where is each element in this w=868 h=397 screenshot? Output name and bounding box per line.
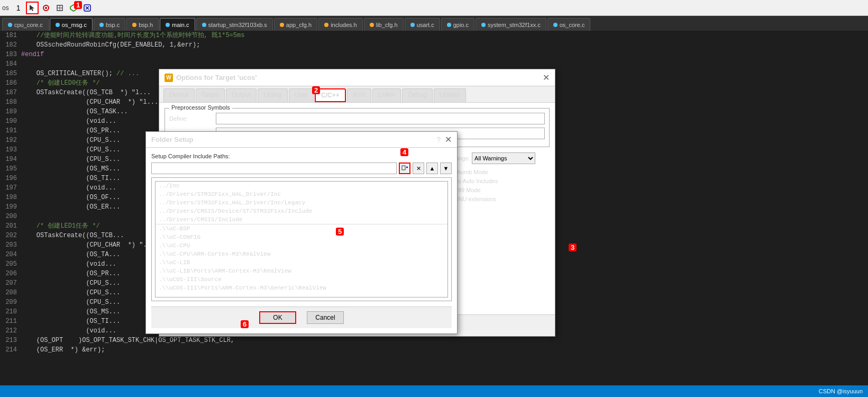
tab-gpio-c[interactable]: gpio.c — [441, 18, 474, 31]
options-dialog-titlebar: W Options for Target 'ucos' ✕ — [159, 69, 555, 86]
svg-marker-0 — [30, 5, 34, 11]
tab-bsp-h[interactable]: bsp.h — [126, 18, 159, 31]
annotation-3: 3 — [569, 243, 577, 251]
tab-output[interactable]: Output — [226, 88, 257, 102]
folder-toolbar: ✕ ▲ ▼ — [151, 163, 452, 174]
folder-dialog-help[interactable]: ? — [436, 136, 441, 144]
folder-delete-btn[interactable]: ✕ — [413, 163, 424, 174]
svg-point-2 — [45, 7, 47, 9]
folder-path-item-9[interactable]: .\\uC-LIB — [156, 258, 447, 267]
folder-new-btn[interactable] — [399, 163, 410, 174]
toolbar-btn-6[interactable] — [81, 2, 94, 14]
tab-user[interactable]: User — [289, 88, 314, 102]
warnings-select[interactable]: All Warnings No Warnings — [472, 152, 535, 164]
c99-mode-label: C99 Mode — [454, 187, 481, 193]
folder-setup-dialog: Folder Setup ? ✕ Setup Compiler Include … — [145, 131, 458, 334]
annotation-6: 6 — [241, 320, 249, 328]
tabs-row: cpu_core.c os_msg.c bsp.c bsp.h main.c s… — [0, 16, 868, 31]
tab-main-c[interactable]: main.c — [160, 18, 195, 31]
dialog-icon: W — [165, 74, 173, 82]
folder-ok-btn[interactable]: OK — [259, 311, 296, 324]
tab-system-stm32[interactable]: system_stm32f1xx.c — [476, 18, 546, 31]
right-options-panel: Warnings: All Warnings No Warnings Thumb… — [444, 152, 550, 229]
tab-lib-cfg-h[interactable]: lib_cfg.h — [364, 18, 404, 31]
folder-dialog-title: Folder Setup — [151, 136, 193, 143]
folder-path-item-8[interactable]: .\\uC-CPU\ARM-Cortex-M3\RealView — [156, 250, 447, 258]
options-dialog-tabs: Device Target Output Listing User C/C++ … — [159, 86, 555, 103]
folder-path-item-12[interactable]: .\\uCOS-III\Ports\ARM-Cortex-M3\Generic\… — [156, 284, 447, 292]
toolbar-btn-cursor[interactable] — [26, 2, 39, 14]
statusbar: CSDN @isyuuun — [0, 385, 868, 397]
folder-dialog-titlebar: Folder Setup ? ✕ — [146, 132, 457, 148]
folder-path-item-6[interactable]: .\\uC-CONFIG — [156, 233, 447, 241]
folder-path-item-10[interactable]: .\\uC-LIB\Ports\ARM-Cortex-M3\RealView — [156, 267, 447, 275]
folder-up-btn[interactable]: ▲ — [426, 163, 438, 174]
tab-os-core-c[interactable]: os_core.c — [547, 18, 591, 31]
folder-paths-box: ../Inc ../Drivers/STM32F1xx_HAL_Driver/I… — [151, 177, 452, 301]
tab-os-msg-c[interactable]: os_msg.c — [50, 18, 93, 31]
folder-path-item-2[interactable]: ../Drivers/STM32F1xx_HAL_Driver/Inc/Lega… — [156, 198, 447, 207]
folder-path-input[interactable] — [151, 163, 397, 174]
tab-app-cfg-h[interactable]: app_cfg.h — [274, 18, 317, 31]
tab-listing[interactable]: Listing — [258, 88, 288, 102]
folder-path-item-1[interactable]: ../Drivers/STM32F1xx_HAL_Driver/Inc — [156, 190, 447, 198]
folder-path-item-11[interactable]: .\\uCOS-III\Source — [156, 275, 447, 284]
tab-cpu-core-c[interactable]: cpu_core.c — [2, 18, 49, 31]
define-label-text: Define: — [169, 115, 212, 122]
annotation-2: 2 — [312, 86, 320, 94]
define-row: Define: — [169, 113, 545, 124]
folder-down-btn[interactable]: ▼ — [440, 163, 452, 174]
toolbar-btn-1[interactable]: 1 — [12, 2, 25, 14]
folder-path-item-0[interactable]: ../Inc — [156, 182, 447, 190]
preprocessor-label: Preprocessor Symbols — [169, 104, 232, 111]
gnu-extensions-label: GNU extensions — [454, 196, 496, 202]
os-label: os — [2, 4, 9, 12]
thumb-mode-label: Thumb Mode — [454, 169, 488, 175]
tab-utilities[interactable]: Utilities — [434, 88, 466, 102]
no-auto-includes-label: No Auto Includes — [454, 178, 498, 184]
folder-dialog-footer: OK Cancel — [151, 306, 452, 328]
folder-cancel-btn[interactable]: Cancel — [307, 311, 344, 324]
folder-path-item-4[interactable]: ../Drivers/CMSIS/Include — [156, 215, 447, 224]
tab-debug[interactable]: Debug — [402, 88, 432, 102]
tab-device[interactable]: Device — [163, 88, 195, 102]
toolbar: os 1 — [0, 0, 868, 16]
tab-usart-c[interactable]: usart.c — [405, 18, 440, 31]
tab-startup[interactable]: startup_stm32f103xb.s — [196, 18, 273, 31]
toolbar-btn-3[interactable] — [40, 2, 52, 14]
svg-rect-10 — [402, 166, 405, 170]
define-input[interactable] — [216, 113, 545, 124]
tab-target[interactable]: Target — [196, 88, 225, 102]
annotation-4: 4 — [400, 148, 408, 156]
folder-path-item-5[interactable]: .\\uC-BSP — [156, 224, 447, 233]
folder-path-item-3[interactable]: ../Drivers/CMSIS/Device/ST/STM32F1xx/Inc… — [156, 207, 447, 215]
folder-path-item-7[interactable]: .\\uC-CPU — [156, 241, 447, 250]
toolbar-btn-4[interactable] — [53, 2, 66, 14]
tab-includes-h[interactable]: includes.h — [318, 18, 363, 31]
folder-dialog-content: Setup Compiler Include Paths: ✕ ▲ ▼ ../I… — [146, 148, 457, 333]
annotation-5: 5 — [336, 228, 344, 236]
folder-paths-list[interactable]: ../Inc ../Drivers/STM32F1xx_HAL_Driver/I… — [155, 181, 448, 297]
tab-bsp-c[interactable]: bsp.c — [94, 18, 125, 31]
statusbar-text: CSDN @isyuuun — [819, 388, 863, 394]
folder-dialog-close[interactable]: ✕ — [445, 134, 452, 145]
options-dialog-title: W Options for Target 'ucos' — [165, 74, 257, 82]
options-dialog-close[interactable]: ✕ — [543, 73, 550, 83]
tab-asm[interactable]: Asm — [347, 88, 371, 102]
tab-linker[interactable]: Linker — [372, 88, 401, 102]
annotation-1: 1 — [74, 1, 82, 9]
